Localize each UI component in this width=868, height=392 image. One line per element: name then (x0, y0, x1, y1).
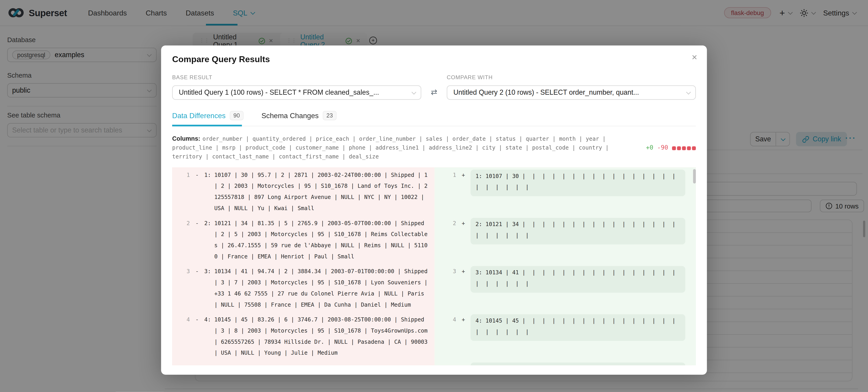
line-number: 3 (172, 266, 190, 277)
line-number: 4 (434, 314, 456, 326)
swap-queries-button[interactable]: ⇄ (421, 88, 447, 100)
tab-data-differences[interactable]: Data Differences 90 (172, 111, 244, 126)
added-sign: + (456, 170, 470, 181)
removed-sign: - (190, 266, 204, 277)
added-count: +0 (646, 144, 653, 152)
removed-row-text: 4: 10145 | 45 | 83.26 | 6 | 3746.7 | 200… (204, 314, 428, 359)
swap-arrows-icon: ⇄ (431, 88, 437, 96)
diff-pane-removed: 1 - 1: 10107 | 30 | 95.7 | 2 | 2871 | 20… (172, 167, 434, 365)
added-row-text: 4: 10145 | 45 | | | | | | | | | | | | | … (471, 314, 685, 341)
compare-query-results-modal: ✕ Compare Query Results BASE RESULT Unti… (161, 46, 707, 375)
diff-added-row: 2 + 2: 10121 | 34 | | | | | | | | | | | … (434, 218, 696, 262)
columns-label: Columns: (172, 135, 200, 142)
added-row-partial (471, 362, 685, 365)
diff-ratio-blocks-icon (672, 146, 696, 150)
compare-with-value: Untitled Query 2 (10 rows) - SELECT orde… (453, 89, 639, 96)
line-number: 1 (172, 170, 190, 181)
close-modal-icon[interactable]: ✕ (691, 54, 698, 61)
diff-pane-added: 1 + 1: 10107 | 30 | | | | | | | | | | | … (434, 167, 696, 365)
base-result-value: Untitled Query 1 (100 rows) - SELECT * F… (179, 89, 379, 96)
line-number: 3 (434, 266, 456, 277)
removed-count: -90 (657, 144, 668, 152)
active-tab-underline (172, 125, 242, 127)
added-sign: + (456, 266, 470, 277)
removed-sign: - (190, 314, 204, 326)
added-row-text: 1: 10107 | 30 | | | | | | | | | | | | | … (471, 170, 685, 196)
tab-data-differences-label: Data Differences (172, 111, 225, 120)
diff-added-row: 3 + 3: 10134 | 41 | | | | | | | | | | | … (434, 266, 696, 310)
columns-list: order_number | quantity_ordered | price_… (172, 136, 609, 160)
removed-row-text: 3: 10134 | 41 | 94.74 | 2 | 3884.34 | 20… (204, 266, 428, 310)
diff-removed-row: 2 - 2: 10121 | 34 | 81.35 | 5 | 2765.9 |… (172, 218, 434, 262)
diff-counts: +0 -90 (646, 144, 696, 152)
base-result-select[interactable]: Untitled Query 1 (100 rows) - SELECT * F… (172, 85, 421, 100)
diff-view: 1 - 1: 10107 | 30 | 95.7 | 2 | 2871 | 20… (172, 167, 696, 365)
diff-removed-row: 4 - 4: 10145 | 45 | 83.26 | 6 | 3746.7 |… (172, 314, 434, 359)
line-number: 4 (172, 314, 190, 326)
tab-schema-changes[interactable]: Schema Changes 23 (261, 111, 337, 126)
schema-changes-count-badge: 23 (322, 111, 337, 120)
removed-row-text: 2: 10121 | 34 | 81.35 | 5 | 2765.9 | 200… (204, 218, 428, 262)
diff-removed-row: 3 - 3: 10134 | 41 | 94.74 | 2 | 3884.34 … (172, 266, 434, 310)
diff-removed-row: 1 - 1: 10107 | 30 | 95.7 | 2 | 2871 | 20… (172, 170, 434, 214)
diff-added-row: 1 + 1: 10107 | 30 | | | | | | | | | | | … (434, 170, 696, 214)
base-result-field: BASE RESULT Untitled Query 1 (100 rows) … (172, 74, 421, 100)
removed-sign: - (190, 218, 204, 229)
superset-sql-lab: Superset Dashboards Charts Datasets SQL … (0, 0, 868, 392)
added-row-text: 3: 10134 | 41 | | | | | | | | | | | | | … (471, 266, 685, 293)
columns-summary: Columns:order_number | quantity_ordered … (172, 134, 696, 161)
query-selectors: BASE RESULT Untitled Query 1 (100 rows) … (172, 74, 696, 100)
tab-schema-changes-label: Schema Changes (261, 111, 319, 120)
data-differences-count-badge: 90 (229, 111, 244, 120)
removed-sign: - (190, 170, 204, 181)
line-number: 2 (172, 218, 190, 229)
chevron-down-icon (686, 90, 691, 95)
compare-with-label: COMPARE WITH (447, 74, 696, 80)
added-sign: + (456, 218, 470, 229)
modal-title: Compare Query Results (172, 54, 696, 64)
diff-added-row-partial (434, 362, 696, 365)
base-result-label: BASE RESULT (172, 74, 421, 80)
diff-added-row: 4 + 4: 10145 | 45 | | | | | | | | | | | … (434, 314, 696, 359)
removed-row-text: 1: 10107 | 30 | 95.7 | 2 | 2871 | 2003-0… (204, 170, 428, 214)
compare-with-field: COMPARE WITH Untitled Query 2 (10 rows) … (447, 74, 696, 100)
line-number: 2 (434, 218, 456, 229)
chevron-down-icon (411, 90, 416, 95)
modal-tabs: Data Differences 90 Schema Changes 23 (172, 111, 696, 127)
line-number: 1 (434, 170, 456, 181)
added-row-text: 2: 10121 | 34 | | | | | | | | | | | | | … (471, 218, 685, 245)
diff-scrollbar-thumb[interactable] (693, 169, 696, 184)
added-sign: + (456, 314, 470, 326)
compare-with-select[interactable]: Untitled Query 2 (10 rows) - SELECT orde… (447, 85, 696, 100)
